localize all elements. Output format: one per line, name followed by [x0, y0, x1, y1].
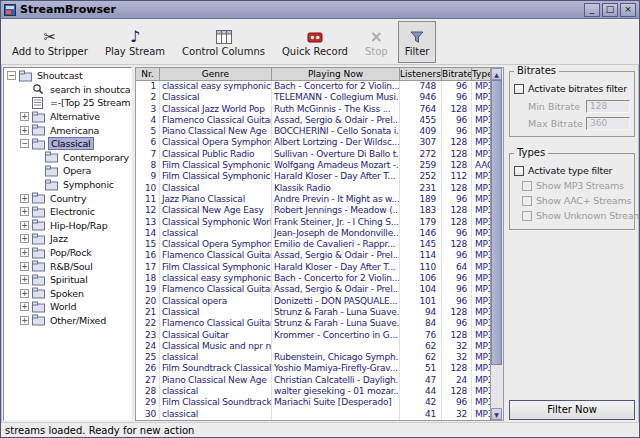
checkbox-icon[interactable] [514, 166, 524, 176]
column-header-playing-now[interactable]: Playing Now [272, 68, 400, 80]
expand-icon[interactable]: + [20, 207, 29, 216]
activate-type-filter-checkbox[interactable]: Activate type filter [514, 163, 630, 178]
cell-playing-now: Sullivan - Overture Di Ballo t... [272, 149, 400, 160]
table-row[interactable]: 11Jazz Piano ClassicalAndre Previn - It … [136, 194, 490, 205]
expand-icon[interactable]: + [20, 289, 29, 298]
toolbar-button-quick-record[interactable]: Quick Record [275, 21, 355, 63]
tree-item-electronic[interactable]: +Electronic [4, 205, 131, 219]
checkbox-icon[interactable] [514, 84, 524, 94]
expand-icon[interactable]: + [20, 234, 29, 243]
minimize-button[interactable]: _ [584, 3, 600, 17]
expand-icon[interactable]: + [20, 126, 29, 135]
table-row[interactable]: 8Film Classical SymphonicWolfgang Amadeu… [136, 160, 490, 171]
tree-item-search-in-shoutcast[interactable]: search in shoutcast [4, 83, 131, 97]
show-aac-streams-checkbox[interactable]: Show AAC+ Streams [522, 193, 630, 208]
expand-icon[interactable]: + [20, 262, 29, 271]
column-header-type[interactable]: Type [472, 68, 490, 80]
table-row[interactable]: 29Film Classical SoundtrackMariachi Suit… [136, 397, 490, 408]
toolbar-button-play-stream[interactable]: ♪Play Stream [98, 21, 172, 63]
table-row[interactable]: 17Film Classical SymphonicHarald Kloser … [136, 262, 490, 273]
expand-icon[interactable]: + [20, 248, 29, 257]
table-row[interactable]: 10ClassicalKlassik Radio231128MP3 [136, 183, 490, 194]
tree-item-r-b-soul[interactable]: +R&B/Soul [4, 259, 131, 273]
table-row[interactable]: 26Film Soundtrack ClassicalYoshio Mamiya… [136, 363, 490, 374]
table-row[interactable]: 15Classical Opera SymphonicEmilio de Cav… [136, 239, 490, 250]
table-row[interactable]: 22Flamenco Classical GuitarStrunz & Fara… [136, 318, 490, 329]
cell-genre: Piano Classical New Age [160, 126, 272, 137]
scrollbar-thumb[interactable] [491, 80, 502, 365]
tree-item-opera[interactable]: Opera [4, 164, 131, 178]
expand-icon[interactable]: + [20, 221, 29, 230]
expand-icon[interactable]: + [20, 275, 29, 284]
column-header-nr[interactable]: Nr. [136, 68, 160, 80]
table-row[interactable]: 23Classical GuitarKrommer - Concertino i… [136, 330, 490, 341]
tree-item-other-mixed[interactable]: +Other/Mixed [4, 314, 131, 328]
maximize-button[interactable]: □ [602, 3, 618, 17]
tree-item-symphonic[interactable]: Symphonic [4, 178, 131, 192]
table-row[interactable]: 14classicalJean-Joseph de Mondonville...… [136, 228, 490, 239]
collapse-icon[interactable]: − [20, 139, 29, 148]
table-row[interactable]: 4Flamenco Classical GuitarAssad, Sergio … [136, 115, 490, 126]
column-header-bitrate[interactable]: Bitrate [442, 68, 472, 80]
table-row[interactable]: 9Film Classical SymphonicHarald Kloser -… [136, 171, 490, 182]
table-row[interactable]: 28classicalwalter gieseking - 01 mozar..… [136, 386, 490, 397]
checkbox-icon[interactable] [522, 211, 532, 221]
scroll-up-icon[interactable]: ▲ [491, 68, 502, 80]
expand-icon[interactable]: + [20, 316, 29, 325]
table-row[interactable]: 30classical4132MP3 [136, 409, 490, 420]
table-row[interactable]: 5Piano Classical New AgeBOCCHERINI - Cel… [136, 126, 490, 137]
tree-item-top-25-streams[interactable]: =-[Top 25 Streams]-= [4, 96, 131, 110]
table-row[interactable]: 3Classical Jazz World PopRuth McGinnis -… [136, 104, 490, 115]
tree-item-americana[interactable]: +Americana [4, 123, 131, 137]
toolbar-button-stop[interactable]: ×Stop [358, 21, 395, 63]
toolbar-button-control-columns[interactable]: Control Columns [175, 21, 272, 63]
tree-item-shoutcast[interactable]: −Shoutcast [4, 69, 131, 83]
table-row[interactable]: 19Flamenco Classical GuitarAssad, Sergio… [136, 284, 490, 295]
tree-item-spiritual[interactable]: +Spiritual [4, 273, 131, 287]
table-row[interactable]: 16Flamenco Classical GuitarAssad, Sergio… [136, 250, 490, 261]
activate-bitrates-filter-checkbox[interactable]: Activate bitrates filter [514, 81, 630, 96]
expand-icon[interactable]: + [20, 112, 29, 121]
table-row[interactable]: 1classical easy symphonicBach - Concerto… [136, 81, 490, 92]
column-header-genre[interactable]: Genre [160, 68, 272, 80]
collapse-icon[interactable]: − [7, 71, 16, 80]
tree-item-world[interactable]: +World [4, 300, 131, 314]
expand-icon[interactable]: + [20, 302, 29, 311]
tree-item-alternative[interactable]: +Alternative [4, 110, 131, 124]
close-button[interactable]: × [620, 3, 636, 17]
toolbar-button-add-to-stripper[interactable]: ✂Add to Stripper [5, 21, 95, 63]
table-row[interactable]: 21ClassicalStrunz & Farah - Luna Suave..… [136, 307, 490, 318]
table-row[interactable]: 24Classical Music and npr n...6232MP3 [136, 341, 490, 352]
tree-item-pop-rock[interactable]: +Pop/Rock [4, 246, 131, 260]
max-bitrate-field[interactable]: 360 [586, 117, 630, 130]
table-vertical-scrollbar[interactable]: ▲ ▼ [491, 67, 504, 421]
filter-now-button[interactable]: Filter Now [509, 400, 635, 420]
checkbox-icon[interactable] [522, 196, 532, 206]
tree-item-jazz[interactable]: +Jazz [4, 232, 131, 246]
tree-item-classical[interactable]: −Classical [4, 137, 131, 151]
table-row[interactable]: 18classical easy symphonicBach - Concert… [136, 273, 490, 284]
table-row[interactable]: 25classicalRubenstein, Chicago Symph...6… [136, 352, 490, 363]
cell-genre: Classical opera [160, 296, 272, 307]
toolbar-button-filter[interactable]: Filter [398, 21, 437, 63]
min-bitrate-field[interactable]: 128 [586, 100, 630, 113]
tree-item-country[interactable]: +Country [4, 191, 131, 205]
column-header-listeners[interactable]: Listeners [400, 68, 442, 80]
show-unknown-streams-checkbox[interactable]: Show Unknown Streams [522, 208, 630, 223]
table-row[interactable]: 2ClassicalTELEMANN - Collegium Musi...94… [136, 92, 490, 103]
expand-icon[interactable]: + [20, 194, 29, 203]
table-row[interactable]: 20Classical operaDonizetti - DON PASQUAL… [136, 296, 490, 307]
checkbox-icon[interactable] [522, 181, 532, 191]
table-row[interactable]: 7Classical Public RadioSullivan - Overtu… [136, 149, 490, 160]
genre-tree[interactable]: −Shoutcastsearch in shoutcast=-[Top 25 S… [3, 67, 132, 421]
table-row[interactable]: 27Piano Classical New AgeChristian Calca… [136, 375, 490, 386]
scroll-down-icon[interactable]: ▼ [491, 408, 502, 420]
tree-item-hip-hop-rap[interactable]: +Hip-Hop/Rap [4, 219, 131, 233]
tree-item-contemporary[interactable]: Contemporary [4, 151, 131, 165]
table-row[interactable]: 12Classical New Age EasyRobert Jennings … [136, 205, 490, 216]
titlebar[interactable]: StreamBrowser _□× [1, 1, 639, 19]
tree-item-spoken[interactable]: +Spoken [4, 287, 131, 301]
table-row[interactable]: 13Classical Symphonic WorldFrank Steiner… [136, 217, 490, 228]
table-row[interactable]: 6Classical Opera SymphonicAlbert Lortzin… [136, 137, 490, 148]
show-mp3-streams-checkbox[interactable]: Show MP3 Streams [522, 178, 630, 193]
